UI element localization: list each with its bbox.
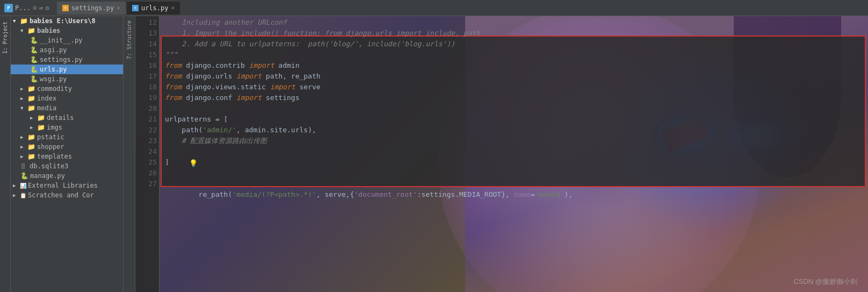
external-label: External Libraries: [28, 182, 98, 189]
sidebar-item-index[interactable]: ▶ 📁 index: [11, 94, 123, 103]
panel-toggle[interactable]: 1: Project: [0, 16, 11, 292]
asgi-label: asgi.py: [40, 46, 67, 54]
imgs-label: imgs: [47, 124, 62, 131]
db-icon: 🗄: [20, 163, 28, 169]
line-num-15: 15: [138, 49, 157, 60]
init-label: __init__.py: [40, 37, 82, 44]
project-path: P...: [15, 4, 31, 12]
code-content[interactable]: Including another URLconf 1. Import the …: [160, 16, 868, 292]
sidebar-root[interactable]: ▼ 📁 babies E:\Users\8: [11, 16, 123, 26]
sidebar-item-wsgi[interactable]: 🐍 wsgi.py: [11, 74, 123, 84]
code-line-26: [160, 168, 868, 179]
templates-arrow: ▶: [20, 154, 26, 159]
media-arrow: ▼: [20, 105, 26, 111]
code-line-19[interactable]: from django.conf import settings: [160, 92, 868, 103]
settings-icon: 🐍: [30, 56, 38, 63]
project-sidebar: ▼ 📁 babies E:\Users\8 ▼ 📁 babies 🐍 __ini…: [11, 16, 124, 292]
sidebar-item-shopper[interactable]: ▶ 📁 shopper: [11, 142, 123, 152]
code-line-18[interactable]: from django.views.static import serve: [160, 82, 868, 92]
title-bar: P P... ⊙ ⇌ ⚙ ≡ settings.py ✕ ≡ urls.py ✕: [0, 0, 868, 16]
urls-label: urls.py: [40, 66, 67, 73]
media-label: media: [37, 104, 56, 112]
structure-label[interactable]: 7: Structure: [126, 20, 132, 59]
tab-bar: ≡ settings.py ✕ ≡ urls.py ✕: [57, 2, 180, 15]
nav-back[interactable]: ⊙: [33, 4, 37, 12]
code-line-23[interactable]: # 配置媒体资源路由出传图: [160, 136, 868, 146]
manage-icon: 🐍: [20, 172, 28, 180]
details-icon: 📁: [37, 114, 45, 122]
shopper-folder-icon: 📁: [27, 143, 35, 151]
code-line-13[interactable]: 1. Import the include() function: from d…: [160, 28, 868, 39]
settings-gear[interactable]: ⚙: [46, 4, 49, 12]
root-arrow: ▼: [13, 18, 18, 24]
sidebar-item-settings[interactable]: 🐍 settings.py: [11, 55, 123, 65]
line-num-25: 25: [138, 157, 157, 168]
code-line-27: [160, 179, 868, 189]
code-line-17[interactable]: from django.urls import path, re_path: [160, 71, 868, 82]
db-label: db.sqlite3: [30, 162, 68, 170]
templates-icon: 📁: [27, 153, 35, 160]
shopper-arrow: ▶: [20, 144, 26, 149]
code-line-16[interactable]: from django.contrib import admin: [160, 60, 868, 71]
line-num-16: 16: [138, 60, 157, 71]
code-line-15[interactable]: """: [160, 49, 868, 60]
line-num-24: 24: [138, 146, 157, 157]
sidebar-item-babies-folder[interactable]: ▼ 📁 babies: [11, 26, 123, 35]
line-num-19: 19: [138, 92, 157, 103]
commodity-icon: 📁: [27, 85, 35, 92]
sidebar-item-commodity[interactable]: ▶ 📁 commodity: [11, 84, 123, 94]
line-num-17: 17: [138, 71, 157, 82]
sidebar-item-db[interactable]: 🗄 db.sqlite3: [11, 161, 123, 171]
root-folder-icon: 📁: [20, 17, 28, 25]
code-line-21[interactable]: urlpatterns = [: [160, 114, 868, 125]
scratches-arrow: ▶: [13, 193, 18, 198]
code-line-24[interactable]: 💡 re_path('media/(?P<path>.*)', serve,{'…: [160, 146, 868, 157]
line-num-18: 18: [138, 82, 157, 92]
index-label: index: [37, 95, 56, 102]
code-line-12[interactable]: Including another URLconf: [160, 17, 868, 28]
details-label: details: [47, 114, 74, 122]
sidebar-item-pstatic[interactable]: ▶ 📁 pstatic: [11, 132, 123, 142]
tab-urls-close[interactable]: ✕: [171, 4, 175, 11]
line-num-20: 20: [138, 103, 157, 114]
imgs-arrow: ▶: [30, 125, 35, 130]
sidebar-item-templates[interactable]: ▶ 📁 templates: [11, 152, 123, 161]
tab-urls[interactable]: ≡ urls.py ✕: [127, 2, 180, 15]
code-line-22[interactable]: path('admin/', admin.site.urls),: [160, 125, 868, 136]
settings-label: settings.py: [40, 56, 82, 63]
code-line-20: [160, 103, 868, 114]
tab-settings[interactable]: ≡ settings.py ✕: [57, 2, 126, 15]
sidebar-item-details[interactable]: ▶ 📁 details: [11, 113, 123, 123]
line-num-27: 27: [138, 179, 157, 189]
watermark: CSDN @傲娇御小剑: [793, 277, 857, 287]
pstatic-icon: 📁: [27, 133, 35, 141]
code-line-25[interactable]: ]: [160, 157, 868, 168]
init-icon: 🐍: [30, 37, 38, 44]
urls-file-icon: ≡: [132, 5, 139, 11]
sidebar-item-imgs[interactable]: ▶ 📁 imgs: [11, 123, 123, 132]
wsgi-label: wsgi.py: [40, 75, 67, 83]
babies-folder-icon: 📁: [27, 27, 35, 34]
sidebar-item-asgi[interactable]: 🐍 asgi.py: [11, 45, 123, 55]
sidebar-item-urls[interactable]: 🐍 urls.py: [11, 65, 123, 74]
index-icon: 📁: [27, 95, 35, 102]
shopper-label: shopper: [37, 143, 64, 151]
sidebar-item-scratches[interactable]: ▶ 📋 Scratches and Cor: [11, 190, 123, 200]
sidebar-item-manage[interactable]: 🐍 manage.py: [11, 171, 123, 181]
tab-settings-label: settings.py: [71, 4, 114, 12]
sidebar-item-external[interactable]: ▶ 📊 External Libraries: [11, 181, 123, 190]
nav-forward[interactable]: ⇌: [39, 4, 44, 12]
index-arrow: ▶: [20, 96, 26, 101]
structure-panel[interactable]: 7: Structure: [124, 16, 135, 292]
code-line-14[interactable]: 2. Add a URL to urlpatterns: path('blog/…: [160, 39, 868, 49]
sidebar-item-init[interactable]: 🐍 __init__.py: [11, 35, 123, 45]
title-bar-left: P P... ⊙ ⇌ ⚙: [4, 4, 49, 12]
asgi-icon: 🐍: [30, 46, 38, 54]
line-num-14: 14: [138, 39, 157, 49]
external-arrow: ▶: [13, 183, 18, 188]
project-icon: P: [4, 4, 13, 12]
project-panel-label[interactable]: 1: Project: [2, 22, 8, 54]
sidebar-item-media[interactable]: ▼ 📁 media: [11, 103, 123, 113]
tab-settings-close[interactable]: ✕: [117, 4, 120, 11]
editor-area: 12 13 14 15 16 17 18 19 20 21 22 23 24 2…: [135, 16, 868, 292]
